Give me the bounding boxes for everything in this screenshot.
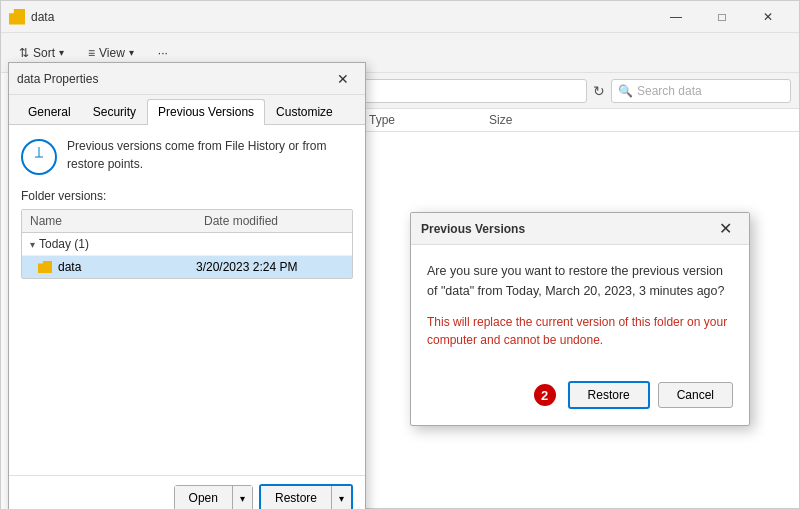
confirm-restore-button[interactable]: Restore [568,381,650,409]
tab-general-label: General [28,105,71,119]
sort-label: Sort [33,46,55,60]
explorer-titlebar: data — □ ✕ [1,1,799,33]
props-icon-row: Previous versions come from File History… [21,137,353,175]
versions-list: Name Date modified ▾ Today (1) data 3/20… [21,209,353,279]
close-button[interactable]: ✕ [745,1,791,33]
confirm-close-button[interactable]: ✕ [711,215,739,243]
group-label: Today (1) [39,237,89,251]
restore-button-group: Restore ▾ [259,484,353,509]
confirm-body: Are you sure you want to restore the pre… [411,245,749,381]
more-label: ··· [158,46,168,60]
restore-button[interactable]: Restore [261,486,332,509]
tab-security-label: Security [93,105,136,119]
restore-dropdown-arrow[interactable]: ▾ [332,486,351,509]
list-col-name: Name [30,214,204,228]
props-tabs: General Security Previous Versions Custo… [9,95,365,125]
confirm-cancel-button[interactable]: Cancel [658,382,733,408]
sort-chevron-icon: ▾ [59,47,64,58]
confirm-footer: 2 Restore Cancel [411,381,749,425]
view-chevron-icon: ▾ [129,47,134,58]
list-group-today[interactable]: ▾ Today (1) [22,233,352,256]
tab-general[interactable]: General [17,99,82,124]
minimize-button[interactable]: — [653,1,699,33]
props-close-button[interactable]: ✕ [329,65,357,93]
tab-customize-label: Customize [276,105,333,119]
maximize-button[interactable]: □ [699,1,745,33]
list-row[interactable]: data 3/20/2023 2:24 PM [22,256,352,278]
col-type: Type [369,113,489,127]
confirm-titlebar: Previous Versions ✕ [411,213,749,245]
list-header: Name Date modified [22,210,352,233]
tab-security[interactable]: Security [82,99,147,124]
tab-previous-versions-label: Previous Versions [158,105,254,119]
props-titlebar: data Properties ✕ [9,63,365,95]
row-name: data [58,260,196,274]
confirm-dialog: Previous Versions ✕ Are you sure you wan… [410,212,750,426]
props-body: Previous versions come from File History… [9,125,365,475]
view-icon: ≡ [88,46,95,60]
list-col-date: Date modified [204,214,344,228]
step2-label: 2 [541,388,548,403]
open-button-group: Open ▾ [174,485,253,509]
sort-icon: ⇅ [19,46,29,60]
confirm-warning: This will replace the current version of… [427,313,733,349]
col-size: Size [489,113,791,127]
explorer-title: data [31,10,653,24]
clock-icon [21,139,57,175]
row-date: 3/20/2023 2:24 PM [196,260,336,274]
row-folder-icon [38,261,52,273]
folder-icon [9,9,25,25]
tab-previous-versions[interactable]: Previous Versions [147,99,265,125]
window-controls: — □ ✕ [653,1,791,33]
search-icon: 🔍 [618,84,633,98]
refresh-icon[interactable]: ↻ [593,83,605,99]
tab-customize[interactable]: Customize [265,99,344,124]
open-dropdown-arrow[interactable]: ▾ [233,486,252,509]
confirm-title: Previous Versions [421,222,711,236]
open-button[interactable]: Open [175,486,233,509]
view-label: View [99,46,125,60]
step2-badge: 2 [534,384,556,406]
props-title: data Properties [17,72,329,86]
search-placeholder: Search data [637,84,702,98]
props-description: Previous versions come from File History… [67,137,353,173]
search-box[interactable]: 🔍 Search data [611,79,791,103]
props-section-label: Folder versions: [21,189,353,203]
confirm-question: Are you sure you want to restore the pre… [427,261,733,301]
props-action-footer: Open ▾ Restore ▾ [9,475,365,509]
properties-dialog: data Properties ✕ General Security Previ… [8,62,366,509]
chevron-down-icon: ▾ [30,239,35,250]
